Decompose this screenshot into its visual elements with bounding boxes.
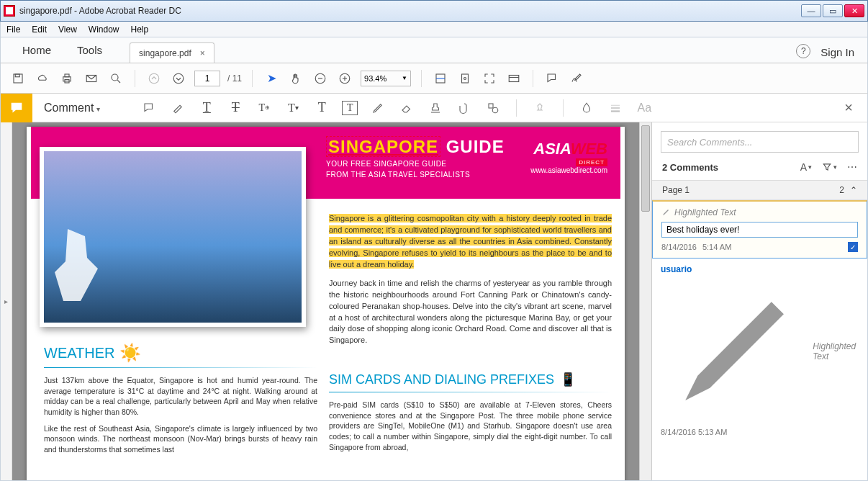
window-titlebar: singapore.pdf - Adobe Acrobat Reader DC … xyxy=(0,0,868,22)
checkbox-icon[interactable]: ✓ xyxy=(848,242,858,252)
text-comment-icon[interactable]: T xyxy=(313,99,330,117)
comments-panel: Search Comments... 2 Comments A▾ ▾ ⋯ Pag… xyxy=(651,122,867,480)
svg-rect-21 xyxy=(489,104,493,108)
menu-file[interactable]: File xyxy=(6,24,20,35)
sort-icon[interactable]: A▾ xyxy=(800,161,812,173)
hero-photo xyxy=(40,147,306,327)
strikethrough-icon[interactable]: T xyxy=(227,99,244,117)
zoom-level-select[interactable]: 93.4%▼ xyxy=(361,71,411,86)
left-panel-toggle[interactable]: ▸ xyxy=(1,122,12,480)
comment-toolbar: Comment T T T⊕ T▾ T T Aa × xyxy=(0,94,868,122)
zoom-in-icon[interactable] xyxy=(336,70,353,87)
svg-rect-3 xyxy=(65,74,69,77)
insert-text-icon[interactable]: T▾ xyxy=(284,99,302,117)
highlight-icon[interactable] xyxy=(169,99,186,117)
weather-section: WEATHER☀️ Just 137km above the Equator, … xyxy=(44,343,317,461)
annotate-icon[interactable] xyxy=(543,70,561,87)
search-comments-input[interactable]: Search Comments... xyxy=(661,131,859,153)
menu-view[interactable]: View xyxy=(58,24,77,35)
vertical-scrollbar[interactable] xyxy=(639,122,651,480)
svg-rect-2 xyxy=(63,76,71,81)
window-title: singapore.pdf - Adobe Acrobat Reader DC xyxy=(19,6,801,16)
svg-rect-18 xyxy=(509,75,519,81)
sticky-note-icon[interactable] xyxy=(140,99,158,117)
read-mode-icon[interactable] xyxy=(505,70,523,87)
shapes-icon[interactable] xyxy=(484,99,502,117)
tab-home[interactable]: Home xyxy=(9,37,64,63)
scroll-thumb[interactable] xyxy=(641,125,650,212)
document-tab-label: singapore.pdf xyxy=(139,48,191,58)
pin-icon[interactable] xyxy=(531,99,548,117)
main-toolbar: / 11 ➤ 93.4%▼ xyxy=(0,63,868,94)
phone-icon: 📱 xyxy=(560,372,576,387)
underline-icon[interactable]: T xyxy=(198,99,215,117)
page-down-icon[interactable] xyxy=(170,70,187,87)
cloud-icon[interactable] xyxy=(34,70,51,87)
collapse-icon[interactable]: ⌃ xyxy=(850,185,857,195)
menu-edit[interactable]: Edit xyxy=(32,24,47,35)
sign-icon[interactable] xyxy=(568,70,585,87)
tab-row: Home Tools singapore.pdf × ? Sign In xyxy=(0,37,868,63)
document-tab[interactable]: singapore.pdf × xyxy=(130,42,214,63)
stamp-icon[interactable] xyxy=(427,99,444,117)
page-up-icon[interactable] xyxy=(145,70,163,87)
close-button[interactable]: ✕ xyxy=(844,4,864,17)
help-icon[interactable]: ? xyxy=(796,44,810,58)
highlighted-passage[interactable]: Singapore is a glittering cosmopolitan c… xyxy=(329,214,612,269)
pdf-page: SINGAPORE GUIDE YOUR FREE SINGAPORE GUID… xyxy=(27,127,625,480)
fullscreen-icon[interactable] xyxy=(481,70,498,87)
textbox-icon[interactable]: T xyxy=(342,101,358,115)
body-text: Singapore is a glittering cosmopolitan c… xyxy=(329,213,612,354)
menu-window[interactable]: Window xyxy=(89,24,119,35)
maximize-button[interactable]: ▭ xyxy=(823,4,843,17)
sim-section: SIM CARDS AND DIALING PREFIXES📱 Pre-paid… xyxy=(329,372,612,452)
comment-badge-icon[interactable] xyxy=(1,94,32,122)
font-icon[interactable]: Aa xyxy=(636,99,653,117)
hand-icon[interactable] xyxy=(287,70,304,87)
svg-rect-1 xyxy=(15,74,19,77)
document-view[interactable]: SINGAPORE GUIDE YOUR FREE SINGAPORE GUID… xyxy=(12,122,639,480)
fit-width-icon[interactable] xyxy=(432,70,449,87)
sign-in-button[interactable]: Sign In xyxy=(820,46,854,58)
app-icon xyxy=(4,5,15,17)
mail-icon[interactable] xyxy=(83,70,100,87)
line-weight-icon[interactable] xyxy=(607,99,624,117)
eraser-icon[interactable] xyxy=(398,99,415,117)
save-icon[interactable] xyxy=(9,70,27,87)
svg-point-8 xyxy=(149,73,159,84)
comments-count: 2 Comments xyxy=(662,162,718,173)
filter-icon[interactable]: ▾ xyxy=(822,162,837,172)
sun-icon: ☀️ xyxy=(119,343,141,363)
minimize-button[interactable]: — xyxy=(801,4,821,17)
page-group-header[interactable]: Page 1 2 ⌃ xyxy=(652,180,867,200)
tab-tools[interactable]: Tools xyxy=(64,37,115,63)
comment-item-1[interactable]: Highlighted Text Best holidays ever! 8/1… xyxy=(652,200,867,259)
comment-item-2[interactable]: usuario Highlighted Text 8/14/2016 5:13 … xyxy=(652,259,867,442)
svg-point-9 xyxy=(173,73,184,84)
replace-text-icon[interactable]: T⊕ xyxy=(256,99,273,117)
svg-point-17 xyxy=(464,77,466,79)
pencil-icon[interactable] xyxy=(369,99,386,117)
svg-point-22 xyxy=(493,107,499,113)
more-icon[interactable]: ⋯ xyxy=(847,161,857,173)
guide-heading: SINGAPORE GUIDE YOUR FREE SINGAPORE GUID… xyxy=(326,137,505,179)
pointer-icon[interactable]: ➤ xyxy=(263,70,280,87)
zoom-out-icon[interactable] xyxy=(312,70,329,87)
comment-text-input[interactable]: Best holidays ever! xyxy=(661,222,858,238)
print-icon[interactable] xyxy=(58,70,76,87)
menubar: File Edit View Window Help xyxy=(0,22,868,37)
close-comment-bar-icon[interactable]: × xyxy=(844,99,853,116)
color-icon[interactable] xyxy=(578,99,595,117)
page-total: / 11 xyxy=(227,73,242,84)
search-icon[interactable] xyxy=(107,70,125,87)
page-number-input[interactable] xyxy=(194,71,220,86)
fit-page-icon[interactable] xyxy=(456,70,474,87)
attach-icon[interactable] xyxy=(456,99,473,117)
brand-logo: ASIAWEB DIRECT www.asiawebdirect.com xyxy=(530,140,607,174)
comment-dropdown[interactable]: Comment xyxy=(32,102,112,114)
svg-line-7 xyxy=(117,80,120,83)
close-tab-icon[interactable]: × xyxy=(200,48,205,58)
main-area: ▸ SINGAPORE GUIDE YOUR FREE SINGAPORE GU… xyxy=(0,122,868,481)
svg-rect-16 xyxy=(462,74,469,83)
menu-help[interactable]: Help xyxy=(131,24,149,35)
